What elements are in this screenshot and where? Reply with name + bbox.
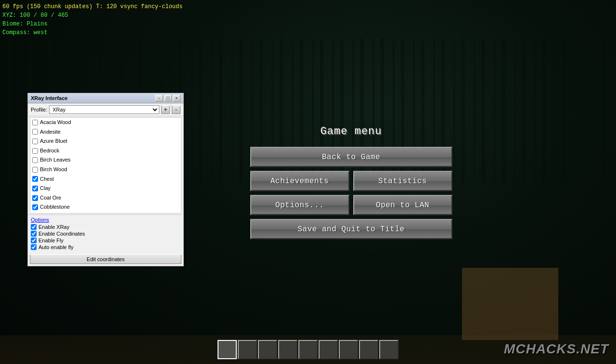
block-checkbox[interactable] [32, 157, 38, 163]
save-and-quit-button[interactable]: Save and Quit to Title [250, 219, 452, 239]
block-item: Andesite [30, 127, 181, 137]
block-checkbox[interactable] [32, 195, 38, 201]
achievements-stats-row: Achievements Statistics [250, 171, 452, 191]
block-name: Chest [40, 175, 54, 184]
block-name: Birch Leaves [40, 156, 71, 164]
block-item: Coal Ore [30, 193, 181, 203]
option-checkbox[interactable] [31, 231, 37, 237]
back-to-game-button[interactable]: Back to Game [250, 147, 452, 167]
block-item: Bedrock [30, 146, 181, 156]
block-item: Chest [30, 175, 181, 184]
block-checkbox[interactable] [32, 138, 38, 144]
hud-biome: Biome: Plains [2, 20, 182, 28]
block-item: Cobblestone [30, 202, 181, 212]
block-checkbox[interactable] [32, 176, 38, 182]
block-name: Azure Bluet [40, 137, 67, 146]
block-name: Cobweb [40, 213, 59, 213]
block-item: Clay [30, 184, 181, 193]
xray-minimize-button[interactable]: - [155, 95, 163, 101]
block-name: Bedrock [40, 147, 59, 155]
xray-options-label[interactable]: Options [31, 217, 180, 223]
xray-maximize-button[interactable]: □ [164, 95, 172, 101]
watermark: MCHACKS.NET [504, 341, 609, 357]
hotbar-slot[interactable] [379, 340, 398, 359]
block-item: Birch Leaves [30, 155, 181, 165]
block-name: Andesite [40, 128, 61, 137]
hotbar-slot[interactable] [339, 340, 358, 359]
option-item: Enable Fly [31, 237, 180, 244]
hud-fps: 60 fps (150 chunk updates) T: 120 vsync … [2, 2, 182, 11]
xray-window-controls: - □ × [155, 95, 180, 101]
hotbar-slot[interactable] [359, 340, 378, 359]
block-name: Coal Ore [40, 194, 61, 202]
block-name: Acacia Wood [40, 118, 71, 127]
option-label: Enable XRay [38, 224, 69, 230]
option-checkbox[interactable] [31, 238, 37, 243]
block-item: Acacia Wood [30, 118, 181, 127]
xray-profile-select[interactable]: XRay [49, 105, 159, 114]
block-item: Cobweb [30, 212, 181, 213]
edit-coordinates-button[interactable]: Edit coordinates [30, 254, 181, 264]
hud-overlay: 60 fps (150 chunk updates) T: 120 vsync … [2, 2, 182, 37]
statistics-button[interactable]: Statistics [353, 171, 452, 191]
xray-title: XRay Interface [31, 95, 67, 101]
xray-add-profile-button[interactable]: + [161, 105, 170, 114]
hotbar-slot[interactable] [218, 340, 237, 359]
option-label: Enable Coordinates [38, 231, 85, 237]
hotbar-slot[interactable] [298, 340, 318, 359]
block-item: Birch Wood [30, 165, 181, 175]
hotbar-slot[interactable] [319, 340, 338, 359]
xray-profile-label: Profile: [31, 107, 47, 113]
block-item: Azure Bluet [30, 137, 181, 146]
xray-block-list[interactable]: Acacia WoodAndesiteAzure BluetBedrockBir… [30, 117, 181, 213]
xray-titlebar: XRay Interface - □ × [28, 93, 183, 103]
options-lan-row: Options... Open to LAN [250, 195, 452, 215]
option-item: Auto enable fly [31, 244, 180, 251]
xray-profile-row: Profile: XRay + - [28, 103, 183, 116]
game-menu: Game menu Back to Game Achievements Stat… [250, 125, 452, 239]
block-checkbox[interactable] [32, 148, 38, 154]
option-item: Enable Coordinates [31, 230, 180, 237]
xray-panel: XRay Interface - □ × Profile: XRay + - A… [27, 93, 184, 266]
block-checkbox[interactable] [32, 120, 38, 126]
option-checkbox[interactable] [31, 224, 37, 230]
xray-options-list: Enable XRayEnable CoordinatesEnable FlyA… [31, 224, 180, 251]
hotbar-slot[interactable] [258, 340, 277, 359]
xray-options-section: Options Enable XRayEnable CoordinatesEna… [28, 214, 183, 252]
hotbar [218, 340, 398, 359]
block-name: Cobblestone [40, 203, 70, 212]
block-checkbox[interactable] [32, 129, 38, 135]
menu-title: Game menu [321, 125, 382, 137]
block-checkbox[interactable] [32, 204, 38, 210]
option-item: Enable XRay [31, 224, 180, 230]
hotbar-slot[interactable] [278, 340, 297, 359]
option-label: Enable Fly [38, 238, 64, 243]
block-name: Birch Wood [40, 165, 67, 174]
option-label: Auto enable fly [38, 244, 74, 250]
hud-coords: XYZ: 100 / 80 / 465 [2, 11, 182, 20]
option-checkbox[interactable] [31, 244, 37, 250]
achievements-button[interactable]: Achievements [250, 171, 349, 191]
hud-compass: Compass: west [2, 28, 182, 37]
xray-remove-profile-button[interactable]: - [172, 105, 180, 114]
block-checkbox[interactable] [32, 167, 38, 173]
block-name: Clay [40, 184, 51, 193]
options-button[interactable]: Options... [250, 195, 349, 215]
block-checkbox[interactable] [32, 186, 38, 191]
open-to-lan-button[interactable]: Open to LAN [353, 195, 452, 215]
xray-close-button[interactable]: × [173, 95, 180, 101]
hotbar-slot[interactable] [238, 340, 257, 359]
